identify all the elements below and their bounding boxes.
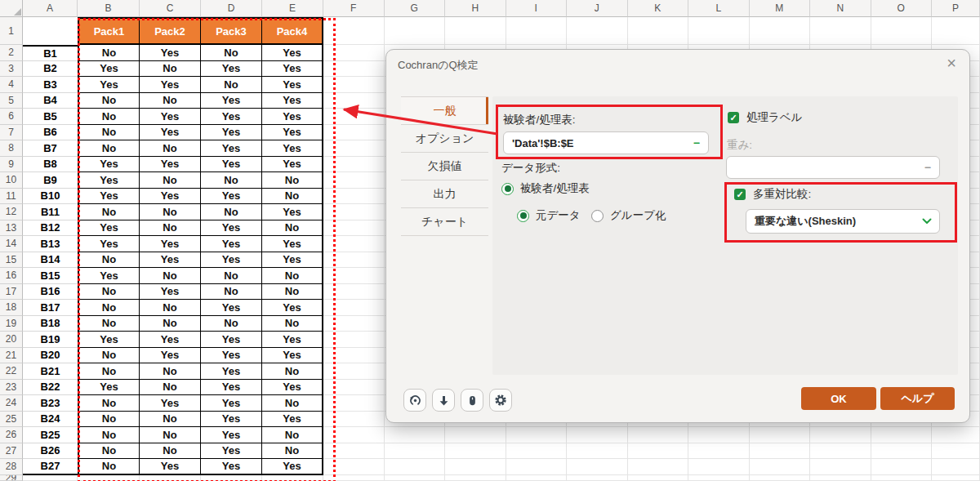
tab-チャート[interactable]: チャート	[401, 207, 488, 236]
help-button[interactable]: ヘルプ	[880, 387, 955, 410]
data-cell[interactable]: Yes	[262, 332, 323, 348]
empty-cell[interactable]	[385, 17, 446, 45]
empty-cell[interactable]	[323, 109, 385, 125]
data-cell[interactable]: No	[140, 300, 201, 316]
data-cell[interactable]: No	[78, 395, 140, 412]
empty-cell[interactable]	[506, 427, 568, 443]
data-cell[interactable]: Yes	[201, 189, 262, 205]
data-cell[interactable]: No	[262, 220, 323, 237]
data-cell[interactable]: No	[201, 316, 262, 332]
data-cell[interactable]: Yes	[201, 395, 262, 412]
empty-cell[interactable]	[567, 475, 628, 481]
pack-header-cell[interactable]: Pack4	[262, 17, 323, 45]
data-cell[interactable]: Yes	[201, 125, 262, 141]
multiple-comparisons-checkbox[interactable]: ✓ 多重対比較:	[734, 187, 811, 202]
column-header[interactable]: B	[78, 0, 140, 17]
empty-cell[interactable]	[750, 427, 811, 443]
empty-cell[interactable]	[323, 157, 385, 173]
data-cell[interactable]: Yes	[201, 93, 262, 109]
row-header[interactable]: 2	[0, 45, 23, 61]
empty-cell[interactable]	[932, 475, 980, 481]
empty-cell[interactable]	[323, 332, 385, 348]
row-label-cell[interactable]: B25	[23, 427, 78, 443]
empty-cell[interactable]	[688, 17, 750, 45]
tab-欠損値[interactable]: 欠損値	[401, 152, 488, 180]
column-header[interactable]: A	[23, 0, 78, 17]
column-header[interactable]: I	[506, 0, 568, 17]
empty-cell[interactable]	[445, 17, 506, 45]
radio-unselected-icon[interactable]	[591, 210, 604, 222]
row-label-cell[interactable]: B16	[23, 284, 78, 301]
data-cell[interactable]: No	[262, 395, 323, 412]
row-header[interactable]: 13	[0, 220, 23, 237]
data-cell[interactable]: No	[78, 300, 140, 316]
empty-cell[interactable]	[323, 268, 385, 284]
row-header[interactable]: 28	[0, 459, 23, 475]
empty-cell[interactable]	[688, 459, 750, 475]
data-cell[interactable]: No	[78, 443, 140, 460]
row-header[interactable]: 5	[0, 93, 23, 109]
row-label-cell[interactable]: B7	[23, 140, 78, 157]
empty-cell[interactable]	[567, 17, 628, 45]
data-cell[interactable]: Yes	[201, 61, 262, 78]
empty-cell[interactable]	[323, 61, 385, 78]
row-label-cell[interactable]: B1	[23, 45, 78, 61]
column-header[interactable]: G	[385, 0, 446, 17]
empty-cell[interactable]	[628, 17, 689, 45]
data-cell[interactable]: Yes	[262, 125, 323, 141]
empty-cell[interactable]	[871, 475, 933, 481]
data-cell[interactable]: Yes	[140, 45, 201, 61]
settings-button[interactable]	[489, 389, 512, 412]
data-cell[interactable]: Yes	[78, 380, 140, 396]
column-header[interactable]: M	[750, 0, 811, 17]
row-header[interactable]: 19	[0, 316, 23, 332]
empty-cell[interactable]	[323, 380, 385, 396]
column-header[interactable]: J	[567, 0, 628, 17]
data-cell[interactable]: Yes	[262, 140, 323, 157]
column-header[interactable]: K	[628, 0, 689, 17]
empty-cell[interactable]	[323, 125, 385, 141]
data-cell[interactable]: No	[201, 284, 262, 301]
data-cell[interactable]: Yes	[78, 332, 140, 348]
row-label-cell[interactable]: B15	[23, 268, 78, 284]
data-cell[interactable]: Yes	[78, 77, 140, 93]
data-cell[interactable]: No	[262, 268, 323, 284]
radio-raw-data[interactable]: 元データ	[517, 208, 581, 223]
data-cell[interactable]: No	[262, 284, 323, 301]
empty-cell[interactable]	[750, 475, 811, 481]
empty-cell[interactable]	[323, 412, 385, 428]
empty-cell[interactable]	[78, 475, 140, 481]
minus-icon[interactable]: −	[924, 161, 931, 174]
data-cell[interactable]: Yes	[78, 61, 140, 78]
data-cell[interactable]: No	[78, 252, 140, 269]
tab-オプション[interactable]: オプション	[401, 124, 488, 152]
data-cell[interactable]: No	[78, 109, 140, 125]
empty-cell[interactable]	[750, 17, 811, 45]
empty-cell[interactable]	[445, 427, 506, 443]
empty-cell[interactable]	[323, 300, 385, 316]
empty-cell[interactable]	[750, 459, 811, 475]
empty-cell[interactable]	[810, 427, 871, 443]
data-cell[interactable]: No	[78, 125, 140, 141]
row-label-cell[interactable]: B5	[23, 109, 78, 125]
data-cell[interactable]: No	[78, 93, 140, 109]
row-header[interactable]: 7	[0, 125, 23, 141]
column-header[interactable]: O	[871, 0, 933, 17]
column-header[interactable]: P	[932, 0, 980, 17]
data-cell[interactable]: Yes	[140, 77, 201, 93]
data-cell[interactable]: No	[78, 459, 140, 475]
column-header[interactable]: N	[810, 0, 871, 17]
empty-cell[interactable]	[810, 459, 871, 475]
select-all-corner[interactable]	[0, 0, 23, 17]
data-cell[interactable]: Yes	[201, 380, 262, 396]
empty-cell[interactable]	[810, 443, 871, 460]
empty-cell[interactable]	[23, 475, 78, 481]
empty-cell[interactable]	[323, 140, 385, 157]
empty-cell[interactable]	[445, 443, 506, 460]
empty-cell[interactable]	[323, 395, 385, 412]
checkbox-checked-icon[interactable]: ✓	[734, 189, 746, 200]
row-label-cell[interactable]: B27	[23, 459, 78, 475]
checkbox-checked-icon[interactable]: ✓	[728, 112, 739, 123]
data-cell[interactable]: Yes	[262, 348, 323, 364]
data-cell[interactable]: Yes	[262, 236, 323, 252]
